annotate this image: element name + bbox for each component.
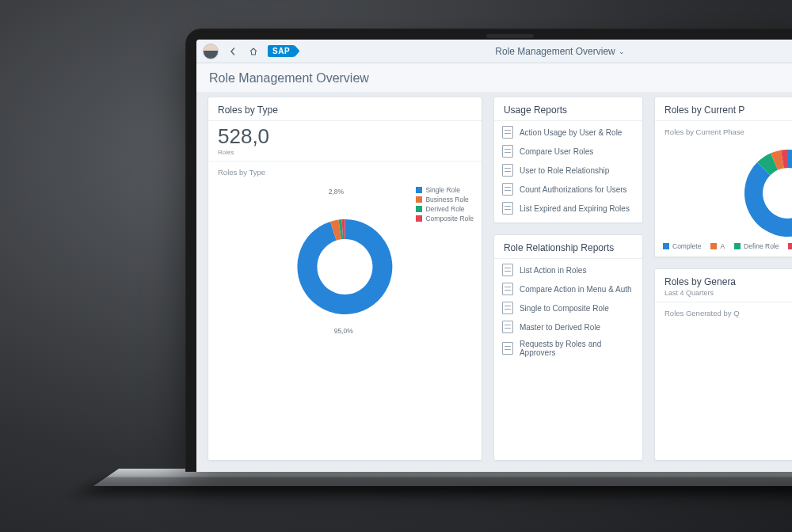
document-icon (502, 145, 513, 158)
card-header: Roles by Type (208, 97, 482, 121)
roles-donut-chart: 2,8% 95,0% Single Role Business Role Der… (208, 183, 482, 341)
report-link[interactable]: Compare Action in Menu & Auth (502, 283, 634, 295)
report-link[interactable]: Single to Composite Role (502, 302, 634, 314)
report-label: List Expired and Expiring Roles (520, 204, 630, 213)
section-label: Roles Generated by Q (655, 302, 792, 324)
sap-logo: SAP (268, 45, 295, 57)
report-link[interactable]: List Expired and Expiring Roles (502, 202, 634, 215)
card-header: Roles by Current P (655, 97, 792, 121)
document-icon (502, 342, 513, 355)
document-icon (502, 202, 513, 215)
roles-count: 528,0 (208, 121, 482, 149)
role-relationship-reports-card: Role Relationship Reports List Action in… (493, 234, 643, 461)
phase-donut-chart (655, 142, 792, 238)
chevron-down-icon: ⌄ (619, 48, 625, 55)
report-label: Count Authorizations for Users (520, 185, 627, 194)
report-link[interactable]: Compare User Roles (502, 145, 634, 158)
document-icon (502, 321, 513, 333)
document-icon (502, 183, 513, 196)
document-icon (502, 283, 513, 295)
shellbar: SAP Role Management Overview ⌄ (196, 40, 792, 63)
donut-label-big: 95,0% (334, 327, 353, 335)
report-label: User to Role Relationship (520, 166, 609, 175)
report-link[interactable]: Master to Derived Role (502, 321, 634, 333)
page-title: Role Management Overview (196, 63, 792, 92)
usage-reports-card: Usage Reports Action Usage by User & Rol… (493, 97, 643, 223)
home-icon[interactable] (247, 45, 260, 58)
section-label: Roles by Type (208, 162, 482, 183)
donut-label-small: 2,8% (329, 188, 344, 196)
roles-by-generation-card: Roles by Genera Last 4 Quarters Roles Ge… (654, 268, 792, 461)
report-label: Compare User Roles (520, 147, 593, 156)
report-link[interactable]: Count Authorizations for Users (502, 183, 634, 196)
report-label: List Action in Roles (520, 266, 587, 275)
card-header: Usage Reports (494, 97, 642, 121)
report-link[interactable]: List Action in Roles (502, 264, 634, 276)
report-link[interactable]: Requests by Roles and Approvers (502, 340, 634, 357)
report-link[interactable]: Action Usage by User & Role (502, 126, 634, 139)
report-label: Single to Composite Role (520, 304, 609, 313)
card-header: Roles by Genera Last 4 Quarters (655, 269, 792, 302)
document-icon (502, 264, 513, 276)
avatar[interactable] (203, 44, 219, 59)
roles-unit: Roles (208, 149, 482, 161)
phase-legend: Complete A Define Role O (655, 238, 792, 256)
report-label: Requests by Roles and Approvers (520, 340, 634, 357)
report-label: Action Usage by User & Role (520, 128, 623, 137)
shell-title-dropdown[interactable]: Role Management Overview ⌄ (303, 46, 792, 57)
report-link[interactable]: User to Role Relationship (502, 164, 634, 177)
shell-title-text: Role Management Overview (495, 46, 615, 57)
document-icon (502, 302, 513, 314)
roles-by-type-card: Roles by Type 528,0 Roles Roles by Type (208, 97, 482, 461)
report-label: Compare Action in Menu & Auth (520, 285, 632, 294)
back-icon[interactable] (227, 45, 239, 58)
section-label: Roles by Current Phase (655, 121, 792, 142)
card-header: Role Relationship Reports (494, 235, 642, 259)
roles-legend: Single Role Business Role Derived Role C… (416, 186, 473, 224)
report-label: Master to Derived Role (520, 323, 600, 332)
document-icon (502, 164, 513, 177)
roles-by-current-phase-card: Roles by Current P Roles by Current Phas… (654, 97, 792, 257)
document-icon (502, 126, 513, 139)
